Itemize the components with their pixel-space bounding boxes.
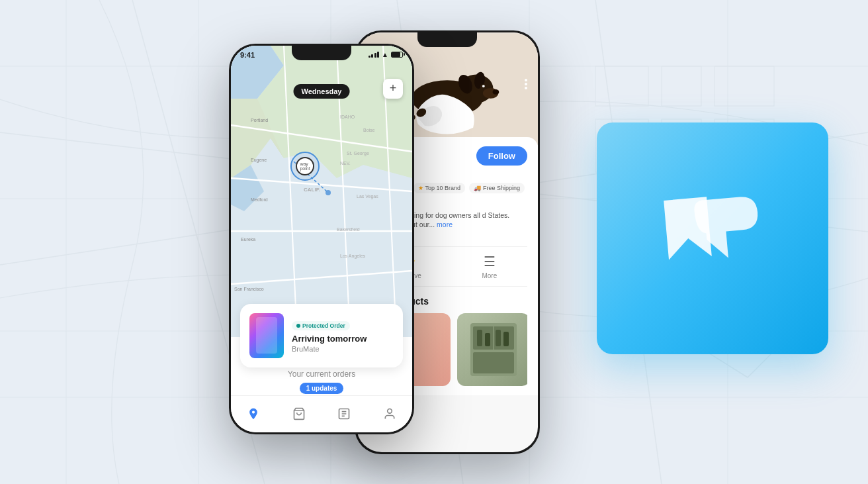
more-label: More xyxy=(482,272,497,279)
plus-icon: + xyxy=(390,81,397,95)
nav-orders[interactable] xyxy=(336,406,352,422)
svg-text:Eureka: Eureka xyxy=(241,237,255,242)
more-icon: ☰ xyxy=(484,254,496,269)
svg-text:Las Vegas: Las Vegas xyxy=(357,194,378,199)
svg-text:NEV.: NEV. xyxy=(340,161,351,166)
battery-fill xyxy=(392,52,400,57)
day-badge: Wednesday xyxy=(294,84,350,99)
current-orders-section: Your current orders 1 updates xyxy=(231,369,412,394)
follow-button[interactable]: Follow xyxy=(476,146,527,166)
badge-shipping-label: Free Shipping xyxy=(483,185,520,191)
product-card-2[interactable] xyxy=(457,313,527,386)
phone-tracking: 9:41 ▲ xyxy=(229,44,414,434)
map-pin: waypoint xyxy=(290,152,320,181)
phones-area: R Us ✓ Follow 172k followers ✓ Approved … xyxy=(209,17,659,467)
svg-text:St. George: St. George xyxy=(347,151,369,156)
main-scene: R Us ✓ Follow 172k followers ✓ Approved … xyxy=(0,0,868,484)
protected-dot xyxy=(296,324,300,328)
signal-icon xyxy=(369,51,380,58)
protected-label: Protected Order xyxy=(302,322,345,329)
more-button[interactable]: ☰ More xyxy=(482,254,497,279)
map-pin-outer: waypoint xyxy=(290,152,320,181)
svg-text:IDAHO: IDAHO xyxy=(340,115,355,119)
svg-rect-35 xyxy=(477,330,482,346)
map-area[interactable]: Portland Eugene Medford Eureka San Franc… xyxy=(231,46,412,337)
signal-bar-2 xyxy=(371,54,373,58)
order-info: Protected Order Arriving tomorrow BruMat… xyxy=(292,318,394,353)
svg-point-68 xyxy=(387,409,392,414)
nav-location[interactable] xyxy=(245,406,261,422)
nav-profile[interactable] xyxy=(382,406,398,422)
map-pin-inner: waypoint xyxy=(296,157,314,175)
route-logo-svg xyxy=(646,172,779,305)
star-icon: ★ xyxy=(418,185,423,191)
badge-top-brand: ★ Top 10 Brand xyxy=(413,183,466,193)
svg-text:CALIF.: CALIF. xyxy=(304,187,320,193)
status-time: 9:41 xyxy=(240,51,255,59)
svg-text:Eugene: Eugene xyxy=(251,158,267,163)
battery-icon xyxy=(391,52,403,58)
order-arriving-text: Arriving tomorrow xyxy=(292,334,394,344)
svg-rect-38 xyxy=(503,332,509,346)
map-zoom-button[interactable]: + xyxy=(383,79,403,99)
phone-notch-2 xyxy=(417,32,477,47)
badge-shipping: 🚚 Free Shipping xyxy=(469,183,525,193)
product-image xyxy=(249,313,284,358)
signal-bar-1 xyxy=(369,56,370,58)
signal-bar-3 xyxy=(374,53,376,58)
svg-text:Bakersfield: Bakersfield xyxy=(337,227,360,232)
svg-rect-33 xyxy=(473,352,514,373)
truck-icon: 🚚 xyxy=(474,185,481,191)
store-desc-more[interactable]: more xyxy=(437,220,453,228)
svg-rect-36 xyxy=(485,333,490,346)
svg-text:Portland: Portland xyxy=(251,118,268,122)
phone-1-inner: 9:41 ▲ xyxy=(231,46,412,432)
status-icons: ▲ xyxy=(369,51,403,58)
svg-text:Boise: Boise xyxy=(363,128,375,132)
order-brand: BruMate xyxy=(292,345,394,353)
wifi-icon: ▲ xyxy=(382,51,388,58)
route-logo-card xyxy=(597,122,828,354)
svg-point-28 xyxy=(482,85,485,87)
bottom-navigation xyxy=(231,395,412,432)
svg-text:Medford: Medford xyxy=(251,197,268,202)
badge-top-brand-label: Top 10 Brand xyxy=(425,185,461,191)
pin-label: waypoint xyxy=(300,162,310,171)
signal-bar-4 xyxy=(377,52,379,58)
three-dots-menu[interactable] xyxy=(525,79,527,89)
order-card[interactable]: Protected Order Arriving tomorrow BruMat… xyxy=(240,304,403,367)
nav-shop[interactable] xyxy=(291,406,307,422)
svg-text:San Francisco: San Francisco xyxy=(234,287,264,291)
svg-point-26 xyxy=(493,89,499,94)
protected-badge: Protected Order xyxy=(292,321,350,330)
svg-rect-37 xyxy=(496,330,501,346)
phone-notch-1 xyxy=(292,46,351,60)
updates-badge: 1 updates xyxy=(300,383,344,394)
svg-text:Los Angeles: Los Angeles xyxy=(340,254,366,259)
current-orders-title: Your current orders xyxy=(288,369,355,379)
